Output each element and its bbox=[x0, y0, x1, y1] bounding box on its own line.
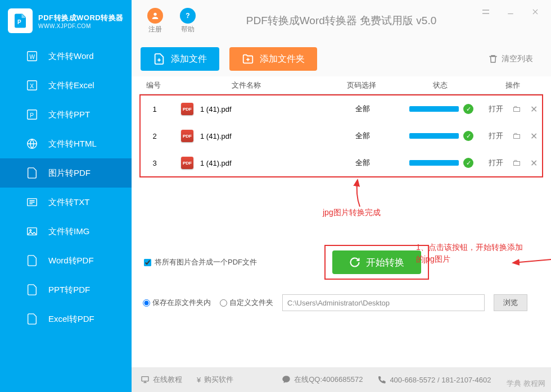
close-button[interactable] bbox=[526, 4, 544, 19]
row-num: 2 bbox=[141, 132, 169, 140]
nav-label: 文件转TXT bbox=[48, 197, 89, 208]
nav-item-excel[interactable]: X文件转Excel bbox=[0, 71, 132, 100]
save-original-label: 保存在原文件夹内 bbox=[152, 298, 211, 308]
user-icon bbox=[147, 8, 163, 24]
annotation-tip: 1、点击该按钮，开始转换添加的jpg图片 bbox=[416, 241, 529, 265]
svg-rect-12 bbox=[142, 377, 148, 381]
start-convert-button[interactable]: 开始转换 bbox=[332, 250, 421, 274]
titlebar: 注册 ? 帮助 PDF转换成Word转换器 免费试用版 v5.0 bbox=[132, 0, 551, 42]
annotation-arrow-icon bbox=[350, 177, 367, 209]
nav-label: 文件转IMG bbox=[48, 226, 89, 237]
nav-label: 文件转Word bbox=[48, 51, 94, 62]
nav-label: 文件转HTML bbox=[48, 139, 97, 149]
table-row: 2 PDF1 (41).pdf 全部 ✓ 打开🗀✕ bbox=[141, 122, 542, 149]
table-row: 1 PDF1 (41).pdf 全部 ✓ 打开🗀✕ bbox=[141, 95, 542, 122]
nav-item-ppt2pdf[interactable]: PPT转PDF bbox=[0, 275, 132, 304]
nav-list: W文件转Word X文件转Excel P文件转PPT 文件转HTML 图片转PD… bbox=[0, 42, 132, 392]
nav-item-word2pdf[interactable]: Word转PDF bbox=[0, 246, 132, 275]
table-header: 编号 文件名称 页码选择 状态 操作 bbox=[139, 76, 543, 94]
nav-item-excel2pdf[interactable]: Excel转PDF bbox=[0, 304, 132, 334]
svg-point-11 bbox=[153, 12, 156, 15]
folder-icon[interactable]: 🗀 bbox=[512, 104, 521, 114]
header-page: 页码选择 bbox=[325, 80, 398, 90]
help-button[interactable]: ? 帮助 bbox=[180, 8, 196, 34]
buy-link[interactable]: ¥购买软件 bbox=[197, 375, 233, 385]
progress-bar bbox=[409, 106, 459, 112]
tutorial-link[interactable]: 在线教程 bbox=[141, 375, 182, 385]
folder-icon[interactable]: 🗀 bbox=[512, 158, 521, 168]
svg-text:P: P bbox=[17, 19, 21, 25]
folder-icon[interactable]: 🗀 bbox=[512, 131, 521, 141]
save-original-radio[interactable]: 保存在原文件夹内 bbox=[143, 298, 211, 308]
help-icon: ? bbox=[180, 8, 196, 24]
file-name: 1 (41).pdf bbox=[200, 159, 232, 167]
start-convert-label: 开始转换 bbox=[366, 256, 404, 269]
nav-item-img2pdf[interactable]: 图片转PDF bbox=[0, 158, 132, 188]
table-row: 3 PDF1 (41).pdf 全部 ✓ 打开🗀✕ bbox=[141, 149, 542, 176]
pdf-icon: PDF bbox=[181, 130, 193, 142]
page-select[interactable]: 全部 bbox=[326, 104, 399, 114]
add-file-button[interactable]: 添加文件 bbox=[141, 47, 219, 71]
save-custom-radio[interactable]: 自定义文件夹 bbox=[220, 298, 273, 308]
check-icon: ✓ bbox=[463, 158, 473, 168]
add-folder-button[interactable]: 添加文件夹 bbox=[229, 47, 317, 71]
logo-icon: P bbox=[8, 8, 33, 33]
logo-area: P PDF转换成WORD转换器 WWW.XJPDF.COM bbox=[0, 0, 132, 42]
nav-item-html[interactable]: 文件转HTML bbox=[0, 129, 132, 158]
clear-list-label: 清空列表 bbox=[502, 54, 533, 64]
lower-panel: 将所有图片合并成一个PDF文件 开始转换 1、点击该按钮，开始转换添加的jpg图… bbox=[132, 239, 551, 317]
row-num: 1 bbox=[141, 105, 169, 113]
settings-button[interactable] bbox=[477, 4, 495, 19]
file-plus-icon bbox=[153, 53, 165, 65]
nav-label: Word转PDF bbox=[48, 256, 94, 266]
merge-checkbox-label: 将所有图片合并成一个PDF文件 bbox=[155, 257, 257, 267]
header-op: 操作 bbox=[482, 80, 543, 90]
footer: 在线教程 ¥购买软件 在线QQ:4006685572 400-668-5572 … bbox=[132, 367, 551, 392]
remove-icon[interactable]: ✕ bbox=[530, 131, 538, 142]
svg-text:X: X bbox=[30, 83, 34, 89]
svg-text:P: P bbox=[30, 112, 34, 118]
browse-button[interactable]: 浏览 bbox=[494, 294, 527, 311]
header-num: 编号 bbox=[139, 80, 168, 90]
file-name: 1 (41).pdf bbox=[200, 105, 232, 113]
app-title: PDF转换成Word转换器 免费试用版 v5.0 bbox=[246, 13, 437, 28]
merge-checkbox[interactable]: 将所有图片合并成一个PDF文件 bbox=[144, 257, 257, 267]
nav-item-img[interactable]: 文件转IMG bbox=[0, 217, 132, 246]
open-button[interactable]: 打开 bbox=[489, 131, 503, 141]
nav-item-ppt[interactable]: P文件转PPT bbox=[0, 100, 132, 129]
folder-plus-icon bbox=[242, 53, 254, 65]
nav-item-txt[interactable]: 文件转TXT bbox=[0, 188, 132, 217]
header-name: 文件名称 bbox=[168, 80, 325, 90]
merge-checkbox-input[interactable] bbox=[144, 259, 151, 266]
nav-label: 文件转Excel bbox=[48, 80, 94, 91]
sidebar: P PDF转换成WORD转换器 WWW.XJPDF.COM W文件转Word X… bbox=[0, 0, 132, 392]
nav-label: PPT转PDF bbox=[48, 285, 90, 295]
progress-bar bbox=[409, 160, 459, 166]
phone-contact[interactable]: 400-668-5572 / 181-2107-4602 bbox=[377, 375, 491, 384]
file-table: 编号 文件名称 页码选择 状态 操作 1 PDF1 (41).pdf 全部 ✓ … bbox=[132, 76, 551, 177]
remove-icon[interactable]: ✕ bbox=[530, 104, 538, 115]
trash-icon bbox=[488, 54, 498, 64]
pdf-icon: PDF bbox=[181, 103, 193, 115]
page-select[interactable]: 全部 bbox=[326, 158, 399, 168]
remove-icon[interactable]: ✕ bbox=[530, 158, 538, 168]
check-icon: ✓ bbox=[463, 131, 473, 141]
table-body: 1 PDF1 (41).pdf 全部 ✓ 打开🗀✕ 2 PDF1 (41).pd… bbox=[139, 94, 543, 177]
monitor-icon bbox=[141, 375, 150, 384]
minimize-button[interactable] bbox=[502, 4, 520, 19]
main-area: 注册 ? 帮助 PDF转换成Word转换器 免费试用版 v5.0 添加文件 bbox=[132, 0, 551, 392]
register-button[interactable]: 注册 bbox=[147, 8, 163, 34]
clear-list-button[interactable]: 清空列表 bbox=[488, 54, 533, 64]
svg-point-10 bbox=[30, 230, 31, 231]
nav-label: 图片转PDF bbox=[48, 168, 91, 179]
register-label: 注册 bbox=[148, 25, 162, 34]
toolbar: 添加文件 添加文件夹 清空列表 bbox=[132, 42, 551, 76]
pdf-icon: PDF bbox=[181, 157, 193, 169]
qq-contact[interactable]: 在线QQ:4006685572 bbox=[282, 375, 363, 385]
page-select[interactable]: 全部 bbox=[326, 131, 399, 141]
phone-icon bbox=[377, 375, 386, 384]
path-input[interactable] bbox=[282, 294, 485, 311]
open-button[interactable]: 打开 bbox=[489, 104, 503, 114]
nav-item-word[interactable]: W文件转Word bbox=[0, 42, 132, 71]
open-button[interactable]: 打开 bbox=[489, 158, 503, 168]
